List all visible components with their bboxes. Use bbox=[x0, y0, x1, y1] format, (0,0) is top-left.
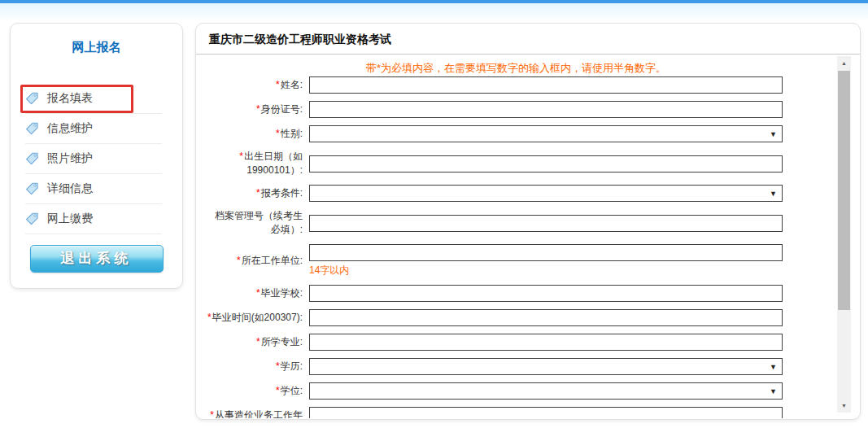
required-asterisk: * bbox=[256, 287, 260, 299]
tag-icon bbox=[25, 212, 38, 225]
sidebar-nav: 报名填表 信息维护 照片维护 详细信息 网上缴费 bbox=[11, 84, 182, 234]
required-asterisk: * bbox=[239, 151, 243, 162]
sidebar-item-label: 信息维护 bbox=[47, 121, 93, 136]
sidebar-item-detail-info[interactable]: 详细信息 bbox=[25, 174, 162, 204]
sidebar-item-label: 报名填表 bbox=[47, 91, 93, 106]
education-select[interactable]: ▼ bbox=[309, 358, 783, 375]
sidebar-item-online-payment[interactable]: 网上缴费 bbox=[25, 204, 162, 234]
graduate-time-input[interactable] bbox=[309, 309, 783, 326]
gender-select[interactable]: ▼ bbox=[309, 125, 783, 142]
work-years-input[interactable] bbox=[309, 407, 783, 418]
required-asterisk: * bbox=[276, 79, 280, 90]
logout-button[interactable]: 退出系统 bbox=[30, 245, 164, 273]
scroll-up-button[interactable]: ▲ bbox=[837, 56, 851, 70]
form-row: *身份证号: bbox=[206, 101, 836, 118]
birth-date-input[interactable] bbox=[309, 155, 783, 173]
registration-form: *姓名: *身份证号: *性别: ▼ *出生日期（如19900101）: *报考… bbox=[196, 76, 836, 418]
field-label: *性别: bbox=[206, 127, 309, 141]
field-label: 档案管理号（续考生必填）: bbox=[206, 209, 309, 237]
required-asterisk: * bbox=[276, 128, 280, 139]
graduate-school-input[interactable] bbox=[309, 285, 783, 302]
required-asterisk: * bbox=[207, 312, 212, 323]
field-label: *报考条件: bbox=[206, 186, 309, 200]
field-label: *毕业学校: bbox=[206, 286, 309, 300]
form-row: *所在工作单位: 14字以内 bbox=[206, 244, 836, 277]
name-input[interactable] bbox=[309, 76, 783, 94]
field-label: *身份证号: bbox=[206, 103, 309, 116]
required-asterisk: * bbox=[256, 336, 260, 347]
required-asterisk: * bbox=[276, 360, 280, 372]
tag-icon bbox=[25, 152, 38, 165]
required-asterisk: * bbox=[210, 409, 214, 418]
work-unit-input[interactable] bbox=[309, 244, 783, 261]
id-number-input[interactable] bbox=[309, 101, 783, 118]
field-label: *学历: bbox=[206, 360, 309, 373]
form-row: *从事造价业务工作年 bbox=[206, 407, 836, 418]
form-row: *毕业学校: bbox=[206, 285, 836, 302]
scrollbar-thumb[interactable] bbox=[838, 71, 850, 310]
sidebar-item-registration-form[interactable]: 报名填表 bbox=[25, 84, 162, 114]
scrollbar[interactable]: ▲ ▼ bbox=[837, 56, 851, 413]
field-label: *出生日期（如19900101）: bbox=[206, 150, 309, 177]
sidebar-item-label: 详细信息 bbox=[47, 181, 93, 196]
chevron-down-icon: ▼ bbox=[770, 130, 777, 138]
exam-condition-select[interactable]: ▼ bbox=[309, 185, 783, 202]
form-row: *所学专业: bbox=[206, 334, 836, 351]
work-unit-hint: 14字以内 bbox=[309, 264, 783, 277]
required-asterisk: * bbox=[256, 187, 260, 199]
top-gradient-band bbox=[0, 3, 868, 21]
page-title: 重庆市二级造价工程师职业资格考试 bbox=[196, 24, 860, 55]
form-row: *性别: ▼ bbox=[206, 125, 836, 142]
required-fields-notice: 带*为必填内容，在需要填写数字的输入框内，请使用半角数字。 bbox=[196, 55, 836, 76]
form-row: *毕业时间(如200307): bbox=[206, 309, 836, 326]
form-row: *学历: ▼ bbox=[206, 358, 836, 375]
sidebar-item-info-maintenance[interactable]: 信息维护 bbox=[25, 114, 162, 144]
degree-select[interactable]: ▼ bbox=[309, 382, 783, 400]
major-input[interactable] bbox=[309, 334, 783, 351]
required-asterisk: * bbox=[276, 385, 280, 396]
field-label: *姓名: bbox=[206, 78, 309, 92]
field-label: *毕业时间(如200307): bbox=[206, 311, 309, 325]
sidebar-panel: 网上报名 报名填表 信息维护 照片维护 详细信息 网上缴费 退出系统 bbox=[10, 23, 183, 289]
tag-icon bbox=[25, 182, 38, 195]
field-label: *从事造价业务工作年 bbox=[206, 408, 309, 418]
sidebar-item-label: 照片维护 bbox=[47, 151, 93, 166]
form-row: *出生日期（如19900101）: bbox=[206, 150, 836, 177]
chevron-down-icon: ▼ bbox=[770, 363, 777, 370]
scroll-down-button[interactable]: ▼ bbox=[837, 399, 851, 413]
main-panel: 重庆市二级造价工程师职业资格考试 带*为必填内容，在需要填写数字的输入框内，请使… bbox=[195, 23, 861, 420]
form-row: *学位: ▼ bbox=[206, 382, 836, 400]
field-label: *所学专业: bbox=[206, 335, 309, 349]
form-row: *姓名: bbox=[206, 76, 836, 94]
field-label: *学位: bbox=[206, 384, 309, 398]
required-asterisk: * bbox=[256, 103, 260, 115]
chevron-down-icon: ▼ bbox=[770, 387, 777, 395]
required-asterisk: * bbox=[237, 255, 241, 266]
tag-icon bbox=[25, 92, 38, 105]
sidebar-title: 网上报名 bbox=[11, 40, 182, 55]
chevron-down-icon: ▼ bbox=[770, 190, 777, 197]
form-scroll-area: 带*为必填内容，在需要填写数字的输入框内，请使用半角数字。 *姓名: *身份证号… bbox=[196, 55, 836, 418]
tag-icon bbox=[25, 122, 38, 135]
field-label: *所在工作单位: bbox=[206, 254, 309, 268]
sidebar-item-label: 网上缴费 bbox=[47, 212, 93, 226]
archive-number-input[interactable] bbox=[309, 215, 783, 232]
sidebar-item-photo-maintenance[interactable]: 照片维护 bbox=[25, 144, 162, 174]
form-row: *报考条件: ▼ bbox=[206, 185, 836, 202]
form-row: 档案管理号（续考生必填）: bbox=[206, 209, 836, 237]
